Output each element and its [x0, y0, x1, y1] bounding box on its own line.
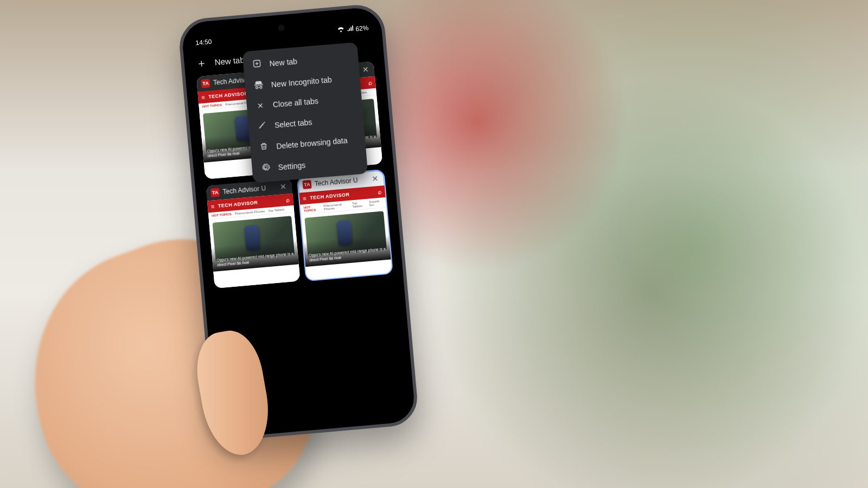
menu-item-label: Delete browsing data [276, 136, 348, 150]
close-tab-button[interactable]: ✕ [361, 65, 370, 74]
trash-icon [259, 142, 270, 152]
overflow-menu: New tab New Incognito tab ✕ Close all ta… [242, 42, 368, 183]
menu-item-label: Close all tabs [272, 97, 318, 109]
tab-card[interactable]: TA Tech Advisor U ✕ ≡TECH ADVISOR⌕ HOT T… [206, 178, 300, 288]
status-battery: 62% [355, 24, 369, 33]
svg-point-2 [260, 86, 262, 88]
gear-icon [260, 163, 271, 174]
hamburger-icon: ≡ [201, 94, 206, 101]
tab-title: Tech Advisor U [222, 183, 276, 195]
tab-title: Tech Advisor U [314, 176, 368, 188]
tab-thumbnail: ≡TECH ADVISOR⌕ HOT TOPICSPhenomenal Phon… [299, 185, 392, 280]
menu-item-label: New tab [269, 57, 298, 68]
close-icon: ✕ [255, 101, 265, 110]
favicon: TA [201, 79, 210, 88]
search-icon: ⌕ [285, 196, 290, 203]
svg-point-1 [256, 87, 258, 89]
menu-item-label: Settings [278, 160, 306, 171]
favicon: TA [302, 180, 311, 189]
status-time: 14:50 [195, 37, 212, 47]
menu-item-label: New Incognito tab [271, 75, 332, 88]
close-tab-button[interactable]: ✕ [278, 182, 288, 191]
plus-icon[interactable]: ＋ [196, 57, 208, 69]
signal-icon [347, 25, 354, 34]
new-tab-button[interactable]: New tab [214, 55, 245, 67]
menu-item-label: Select tabs [274, 118, 312, 130]
hamburger-icon: ≡ [210, 203, 215, 210]
search-icon: ⌕ [378, 188, 382, 195]
tab-thumbnail: ≡TECH ADVISOR⌕ HOT TOPICSPhenomenal Phon… [207, 194, 301, 288]
hamburger-icon: ≡ [303, 195, 307, 202]
plus-box-icon [252, 59, 263, 70]
tab-card[interactable]: TA Tech Advisor U ✕ ≡TECH ADVISOR⌕ HOT T… [298, 170, 392, 280]
close-tab-button[interactable]: ✕ [371, 174, 380, 183]
incognito-icon [253, 80, 264, 91]
wifi-icon [337, 25, 345, 34]
pencil-icon [257, 120, 267, 131]
favicon: TA [210, 188, 220, 197]
camera-notch [278, 24, 285, 31]
